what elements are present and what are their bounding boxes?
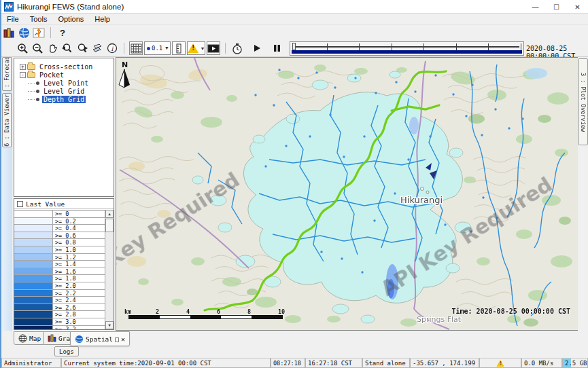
close-panel-icon[interactable]: ✕ <box>121 335 125 343</box>
place-label-hikurangi: Hikurangi <box>400 195 443 205</box>
menu-tools[interactable]: Tools <box>24 14 53 24</box>
legend-color-swatch <box>14 261 53 268</box>
contour-interval-icon[interactable]: 0.1 ▼ <box>144 41 171 55</box>
menu-options[interactable]: Options <box>52 14 89 24</box>
legend-row[interactable]: >= 1.4 <box>14 261 114 268</box>
timeline-tick <box>359 43 360 50</box>
tree-item-depth-grid[interactable]: Depth Grid <box>14 95 114 103</box>
scale-tick-label: 8 <box>247 308 251 315</box>
legend-row[interactable]: >= 0.4 <box>14 225 114 232</box>
logs-button[interactable]: Logs <box>54 346 79 356</box>
status-warning[interactable] <box>479 358 521 368</box>
layers-icon[interactable] <box>90 41 104 55</box>
timeline-thumb[interactable] <box>292 43 296 50</box>
legend-row[interactable]: >= 1.8 <box>14 275 114 282</box>
scale-segment <box>160 316 190 318</box>
menu-bar: FileToolsOptionsHelp <box>1 14 588 25</box>
pan-icon[interactable] <box>46 41 59 55</box>
tab-plot-overview[interactable]: 3 : Plot Overview <box>578 58 588 145</box>
legend-row[interactable]: >= 2.2 <box>14 290 114 297</box>
animation-icon[interactable] <box>207 41 220 55</box>
right-tab-strip: 3 : Plot Overview <box>578 57 588 331</box>
legend-row[interactable]: >= 2.6 <box>14 304 114 312</box>
legend-row[interactable]: >= 0.2 <box>14 218 114 225</box>
folder-icon <box>27 64 35 70</box>
expand-icon[interactable]: + <box>20 64 26 70</box>
play-icon[interactable] <box>250 41 264 55</box>
timeline-slider[interactable] <box>290 41 524 56</box>
tab-data-viewer[interactable]: 6 : Data Viewer <box>2 93 12 147</box>
app-window: { "window": {"title": "Hikurangi FEWS (S… <box>0 0 588 368</box>
tree-item-label: Cross-section <box>38 63 94 71</box>
zoom-out-icon[interactable] <box>31 41 44 55</box>
info-icon[interactable]: i <box>105 41 119 55</box>
legend-list: >= 0>= 0.2>= 0.4>= 0.6>= 0.8>= 1.0>= 1.2… <box>14 210 114 329</box>
last-value-checkbox[interactable] <box>17 201 23 207</box>
map-globe-icon[interactable] <box>17 26 31 39</box>
scroll-thumb[interactable] <box>105 219 114 232</box>
help-icon[interactable]: ? <box>56 26 69 39</box>
tree-item-level-grid[interactable]: Level Grid <box>14 87 114 95</box>
scroll-down-icon[interactable]: ▼ <box>105 321 114 329</box>
legend-row[interactable]: >= 2.8 <box>14 311 114 318</box>
menu-file[interactable]: File <box>1 14 24 24</box>
legend-panel: Last Value >= 0>= 0.2>= 0.4>= 0.6>= 0.8>… <box>14 198 114 330</box>
legend-row[interactable]: >= 0.8 <box>14 239 114 246</box>
data-display-icon[interactable] <box>2 26 16 39</box>
status-gmt-time: 08:27:18 GMT <box>271 358 305 368</box>
status-coordinates: -35.657 , 174.199 <box>410 358 479 368</box>
tab-map[interactable]: Map <box>14 331 46 345</box>
maximize-button[interactable]: ☐ <box>546 0 567 14</box>
scale-tick-label: 2 <box>156 308 159 315</box>
node-bullet-icon <box>36 81 39 85</box>
tab-forecast[interactable]: 5 : Forecast <box>2 57 12 91</box>
status-mode: Stand alone <box>362 358 410 368</box>
layer-tree[interactable]: +Cross-section-PocketLevel PointLevel Gr… <box>14 58 114 197</box>
longitudinal-profile-icon[interactable] <box>172 41 186 55</box>
scroll-up-icon[interactable]: ▲ <box>105 210 114 218</box>
legend-row[interactable]: >= 1.0 <box>14 246 114 254</box>
tree-item-label: Pocket <box>38 71 65 79</box>
minimize-button[interactable]: — <box>525 0 546 14</box>
legend-color-swatch <box>14 218 53 225</box>
timeline-tick <box>392 43 392 50</box>
bottom-tab-bar: Map Graph Spatial □ ✕ <box>1 331 588 346</box>
legend-row[interactable]: >= 3.0 <box>14 318 114 326</box>
status-memory[interactable]: 2.5 GB <box>562 358 588 368</box>
legend-color-swatch <box>14 275 53 282</box>
collapse-icon[interactable]: - <box>20 72 26 78</box>
status-bar: Administrator Current system time:2020-0… <box>1 358 588 368</box>
chevron-down-icon: ▼ <box>200 46 205 51</box>
legend-scrollbar[interactable]: ▲ ▼ <box>105 210 114 329</box>
status-user: Administrator <box>1 358 61 368</box>
legend-color-swatch <box>14 326 53 330</box>
tree-item-level-point[interactable]: Level Point <box>14 79 114 87</box>
legend-row[interactable]: >= 1.2 <box>14 254 114 261</box>
timeline-track[interactable] <box>294 46 519 48</box>
globe-icon <box>75 335 84 344</box>
warning-icon[interactable]: ▼ <box>187 41 205 55</box>
legend-row[interactable]: >= 2.0 <box>14 282 114 290</box>
time-series-icon[interactable] <box>32 26 46 39</box>
warning-icon <box>496 360 504 367</box>
pause-icon[interactable] <box>270 41 283 55</box>
legend-row[interactable]: >= 1.6 <box>14 268 114 276</box>
zoom-next-icon[interactable] <box>75 41 89 55</box>
legend-row[interactable]: >= 0 <box>14 210 114 218</box>
tab-spatial[interactable]: Spatial □ ✕ <box>70 331 130 346</box>
tree-item-cross-section[interactable]: +Cross-section <box>14 62 114 71</box>
grid-icon[interactable] <box>129 41 143 55</box>
zoom-in-icon[interactable] <box>16 41 29 55</box>
maximize-panel-icon[interactable]: □ <box>115 335 119 343</box>
legend-row[interactable]: >= 0.6 <box>14 232 114 240</box>
map-viewport[interactable]: Hikurangi Springs Flat API Key Required … <box>116 57 579 331</box>
tree-item-pocket[interactable]: -Pocket <box>14 71 114 79</box>
legend-row[interactable]: >= 2.4 <box>14 297 114 304</box>
node-bullet-icon <box>36 90 39 93</box>
zoom-previous-icon[interactable] <box>60 41 74 55</box>
legend-color-swatch <box>14 246 53 253</box>
close-button[interactable]: ✕ <box>567 0 588 14</box>
menu-help[interactable]: Help <box>89 14 116 24</box>
timer-icon[interactable] <box>230 41 244 55</box>
legend-row[interactable]: >= 3.2 <box>14 326 114 330</box>
